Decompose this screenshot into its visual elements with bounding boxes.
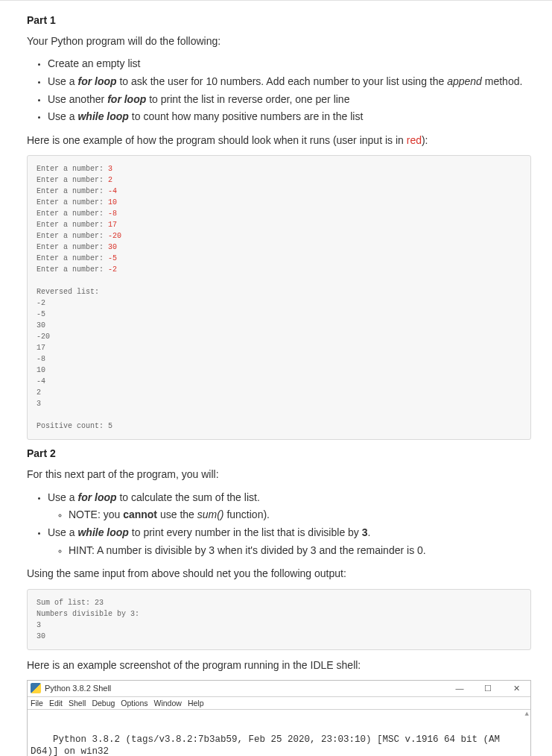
part1-bullet-list: Create an empty list Use a for loop to a… <box>27 56 531 125</box>
menu-window[interactable]: Window <box>154 699 182 708</box>
screenshot-intro: Here is an example screenshot of the pro… <box>27 658 531 672</box>
part2-title: Part 2 <box>27 447 531 459</box>
idle-title: Python 3.8.2 Shell <box>45 684 111 693</box>
window-maximize-button[interactable]: ☐ <box>474 680 502 696</box>
scrollbar-up-icon[interactable]: ▲ <box>525 711 529 719</box>
menu-debug[interactable]: Debug <box>92 699 115 708</box>
list-item: Use a for loop to ask the user for 10 nu… <box>48 74 531 90</box>
part2-bullet-list: Use a for loop to calculate the sum of t… <box>27 490 531 559</box>
part2-intro: For this next part of the program, you w… <box>27 467 531 482</box>
part1-intro: Your Python program will do the followin… <box>27 34 531 48</box>
list-item: Use a while loop to count how many posit… <box>48 109 531 125</box>
list-item: Use another for loop to print the list i… <box>48 92 531 108</box>
part1-title: Part 1 <box>27 14 531 26</box>
list-item: HINT: A number is divisible by 3 when it… <box>69 543 531 559</box>
menu-help[interactable]: Help <box>188 699 204 708</box>
idle-titlebar: Python 3.8.2 Shell — ☐ ✕ <box>28 681 530 697</box>
list-item: NOTE: you cannot use the sum() function)… <box>69 507 531 523</box>
list-item: Use a while loop to print every number i… <box>48 525 531 558</box>
menu-edit[interactable]: Edit <box>49 699 63 708</box>
list-item: Use a for loop to calculate the sum of t… <box>48 490 531 523</box>
menu-options[interactable]: Options <box>121 699 147 708</box>
menu-shell[interactable]: Shell <box>69 699 86 708</box>
window-close-button[interactable]: ✕ <box>502 680 530 696</box>
python-icon <box>31 683 41 693</box>
part2-using-same: Using the same input from above should n… <box>27 566 531 581</box>
idle-menubar: File Edit Shell Debug Options Window Hel… <box>28 697 530 710</box>
part1-code-block: Enter a number: 3 Enter a number: 2 Ente… <box>27 155 531 440</box>
idle-shell-window: Python 3.8.2 Shell — ☐ ✕ File Edit Shell… <box>27 680 531 756</box>
part1-example-intro: Here is one example of how the program s… <box>27 133 531 148</box>
idle-output: ▲ Python 3.8.2 (tags/v3.8.2:7b3ab59, Feb… <box>28 710 530 756</box>
window-minimize-button[interactable]: — <box>445 680 474 696</box>
part2-code-block: Sum of list: 23 Numbers divisible by 3: … <box>27 589 531 650</box>
list-item: Create an empty list <box>48 56 531 72</box>
document-page: Part 1 Your Python program will do the f… <box>0 0 552 756</box>
menu-file[interactable]: File <box>31 699 43 708</box>
